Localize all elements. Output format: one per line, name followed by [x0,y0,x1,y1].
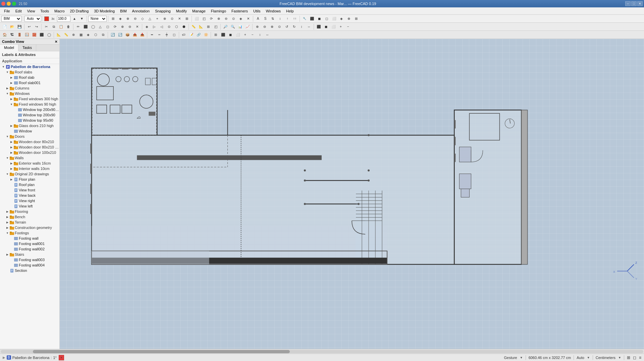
tb3-c4[interactable]: 📤 [131,32,138,38]
tree-item-footingwall001[interactable]: Footing wall001 [0,241,59,246]
dec-btn[interactable]: ▼ [78,15,85,22]
tb2-f1[interactable]: ⬛ [315,23,322,30]
tb-snap7[interactable]: ⌖ [154,15,161,22]
tree-item-consgeo[interactable]: ▶Construction geometry [0,225,59,230]
tb2-c3[interactable]: ⊞ [205,23,212,30]
tree-arrow-footings[interactable]: ▼ [5,231,9,235]
tb3-f3[interactable]: ◼ [227,32,234,38]
menu-utils[interactable]: Utils [251,8,263,14]
tree-item-windows[interactable]: ▼Windows [0,91,59,96]
tb-view4[interactable]: ⊕ [215,15,222,22]
tree-arrow-consgeo[interactable]: ▶ [5,226,9,230]
tree-item-wooden100x210[interactable]: ▶Wooden door 100x210 [0,150,59,155]
tb3-a1[interactable]: 🏠 [1,32,8,38]
tree-arrow-roofslab001[interactable]: ▶ [9,81,13,85]
menu-windows[interactable]: Windows [263,8,283,14]
tree-item-footingwall004[interactable]: Footing wall004 [0,262,59,268]
tb-r4[interactable]: ◻ [323,15,330,22]
tb-r3[interactable]: ◼ [316,15,323,22]
tb2-paste[interactable]: 📋 [58,23,64,30]
status-icon-3[interactable]: ≡ [639,355,641,360]
tree-arrow-bench[interactable]: ▶ [5,215,9,219]
tb3-d4[interactable]: ◻ [171,32,177,38]
tree-item-bench[interactable]: ▶Bench [0,214,59,220]
tb2-copy[interactable]: ⧉ [50,23,57,30]
tree-arrow-interior10[interactable]: ▶ [9,167,13,171]
tb3-f8[interactable]: ↔ [264,32,271,38]
menu-manage[interactable]: Manage [190,8,208,14]
tb-snap8[interactable]: ⊗ [161,15,168,22]
restore-button[interactable]: □ [631,1,637,6]
menu-edit[interactable]: Edit [13,8,24,14]
tree-item-pabellon[interactable]: ▼PPabellon de Barcelona [0,64,59,69]
tree-item-viewright[interactable]: View right [0,198,59,203]
close-button[interactable]: ✕ [637,1,643,6]
tb-r7[interactable]: ⊕ [345,15,352,22]
tb2-draw2[interactable]: ⬛ [82,23,89,30]
tree-item-roofslab[interactable]: ▶Roof slab [0,75,59,80]
tb-r1[interactable]: 🔧 [301,15,308,22]
tree-item-wt200x90b[interactable]: Window top 200x90 [0,112,59,118]
tb-m5[interactable]: ↑ [284,15,291,22]
tb-snap9[interactable]: ⊙ [169,15,175,22]
tb2-redo[interactable]: ↪ [33,23,40,30]
tb-m6[interactable]: ↑↑ [291,15,298,22]
tb2-draw1[interactable]: ✏ [75,23,82,30]
tb2-d4[interactable]: 📈 [244,23,251,30]
tree-arrow-glassdoors[interactable]: ▶ [9,124,13,128]
tb-view2[interactable]: ◰ [201,15,207,22]
tree-item-orig2d[interactable]: ▼Original 2D drawings [0,171,59,177]
tb-view6[interactable]: ⊙ [230,15,237,22]
tb-m3[interactable]: ⇅ [269,15,276,22]
tree-arrow-roofslabs[interactable]: ▼ [5,70,9,74]
tb2-delete[interactable]: 🗑 [65,23,72,30]
tb-snap4[interactable]: ⊖ [132,15,139,22]
menu-flamingo[interactable]: Flamingo [208,8,229,14]
tb2-undo[interactable]: ↩ [26,23,33,30]
tb2-f4[interactable]: + [337,23,344,30]
tree-arrow-window[interactable] [9,129,13,133]
tree-arrow-wooden100x210[interactable]: ▶ [9,151,13,155]
snap-selector[interactable]: None [88,16,107,22]
menu-help[interactable]: Help [283,8,297,14]
tb3-f1[interactable]: ⊞ [212,32,219,38]
tb-snap2[interactable]: ◈ [117,15,124,22]
tree-arrow-viewright[interactable] [9,199,13,203]
tb2-e3[interactable]: ⊗ [269,23,275,30]
menu-snapping[interactable]: Snapping [152,8,173,14]
tree-arrow-footingwall001[interactable] [9,242,13,246]
tree-item-viewleft[interactable]: View left [0,203,59,209]
tb3-e4[interactable]: 🔆 [203,32,209,38]
menu-bim[interactable]: BIM [117,8,129,14]
tb3-a2[interactable]: 🏗 [9,32,15,38]
tree-arrow-wooden80x210001[interactable]: ▶ [9,145,13,149]
tree-arrow-footingwall[interactable] [9,236,13,240]
tree-item-footingwall[interactable]: Footing wall [0,236,59,241]
tree-arrow-viewback[interactable] [9,193,13,197]
tb2-d2[interactable]: 🔍 [229,23,236,30]
tb2-e1[interactable]: ⊕ [254,23,261,30]
tree-arrow-walls[interactable]: ▼ [5,156,9,160]
tb-snap11[interactable]: ⊞ [183,15,190,22]
inc-btn[interactable]: ▲ [71,15,78,22]
menu-3dmodeling[interactable]: 3D Modeling [91,8,117,14]
tb2-e8[interactable]: ↔ [306,23,312,30]
tree-arrow-footingwall002[interactable] [9,247,13,251]
tree-arrow-columns[interactable]: ▶ [5,86,9,90]
tree-item-fw300[interactable]: ▶Fixed windows 300 high [0,96,59,102]
tree-item-footingwall002[interactable]: Footing wall002 [0,246,59,252]
tree-item-floorplan[interactable]: ▶Floor plan [0,177,59,182]
tb3-b1[interactable]: 📐 [55,32,62,38]
tb3-e1[interactable]: 🏷 [180,32,187,38]
tree-item-wt95x90[interactable]: Window top 95x90 [0,118,59,123]
tb-m1[interactable]: A [255,15,261,22]
workspace-selector[interactable]: BIM [1,16,21,22]
tb-r5[interactable]: ⬜ [331,15,337,22]
tb3-a5[interactable]: 🧱 [31,32,38,38]
tb3-d2[interactable]: ┅ [156,32,163,38]
tb2-b6[interactable]: ⬢ [180,23,187,30]
tree-arrow-section[interactable] [5,268,9,273]
tb-r2[interactable]: ⬛ [309,15,315,22]
tree-item-fw90[interactable]: ▼Fixed windows 90 high [0,102,59,107]
tb2-draw6[interactable]: ⟳ [112,23,118,30]
